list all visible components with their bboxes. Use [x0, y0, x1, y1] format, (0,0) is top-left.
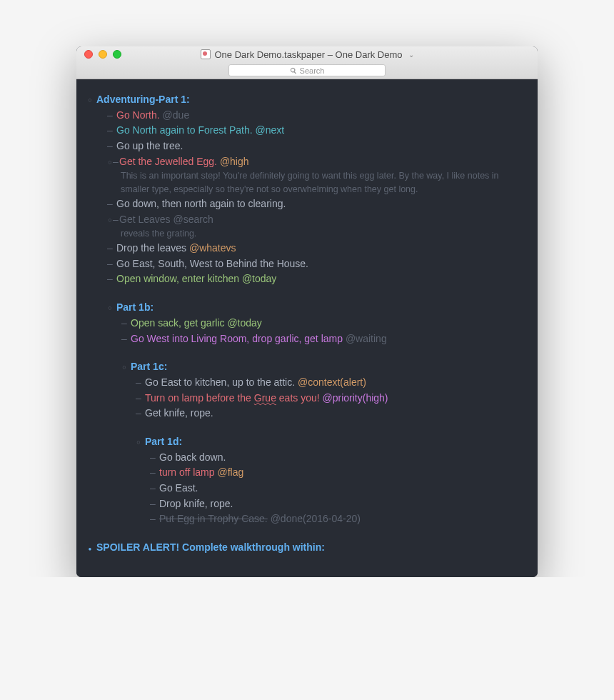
note-text: This is an important step! You're defini… — [116, 169, 523, 196]
project-title: Adventuring-Part 1: — [96, 92, 523, 108]
app-window: One Dark Demo.taskpaper – One Dark Demo … — [76, 46, 538, 577]
task-row[interactable]: Open window, enter kitchen @today — [82, 271, 523, 287]
task-text: Go West into Living Room, drop garlic, g… — [131, 333, 343, 344]
task-text: Turn on lamp before the Grue eats you! — [145, 392, 320, 404]
dash-icon[interactable] — [146, 511, 159, 527]
dash-icon[interactable] — [104, 241, 116, 256]
task-row[interactable]: Go down, then north again to clearing. — [82, 196, 523, 212]
title-text: One Dark Demo.taskpaper – One Dark Demo — [215, 49, 403, 60]
task-row[interactable]: Get knife, rope. — [82, 406, 523, 421]
dash-icon[interactable] — [104, 108, 116, 124]
task-row[interactable]: turn off lamp @flag — [82, 465, 523, 481]
dash-icon[interactable] — [112, 154, 119, 170]
tag: @next — [256, 124, 285, 136]
task-text: Go East. — [159, 481, 523, 496]
document-icon — [201, 49, 211, 59]
task-text: Put Egg in Trophy Case. — [159, 513, 268, 524]
search-input[interactable]: Search — [228, 64, 386, 76]
task-row[interactable]: Go East to kitchen, up to the attic. @co… — [82, 375, 523, 391]
task-row[interactable]: Go back down. — [82, 450, 523, 466]
dash-icon[interactable] — [118, 331, 131, 347]
task-text: Go back down. — [159, 450, 523, 466]
task-text: Go down, then north again to clearing. — [116, 196, 523, 212]
task-row[interactable]: Go West into Living Room, drop garlic, g… — [82, 331, 523, 347]
dash-icon[interactable] — [146, 481, 159, 496]
task-row[interactable]: Turn on lamp before the Grue eats you! @… — [82, 391, 523, 406]
task-row[interactable]: Get Leaves @search — [82, 212, 523, 228]
dash-icon[interactable] — [146, 465, 159, 481]
project-header[interactable]: SPOILER ALERT! Complete walkthrough with… — [82, 540, 523, 556]
task-text: Open sack, get garlic — [131, 317, 225, 329]
tag: @today — [242, 273, 276, 284]
handle-icon[interactable] — [104, 300, 116, 316]
note-row: reveals the grating. — [82, 227, 523, 241]
project-title: Part 1c: — [131, 359, 523, 375]
dash-icon[interactable] — [118, 316, 131, 331]
dash-icon[interactable] — [146, 496, 159, 512]
task-row[interactable]: Go North again to Forest Path. @next — [82, 123, 523, 139]
task-text: Go North again to Forest Path. — [116, 124, 253, 136]
tag: @done(2016-04-20) — [271, 513, 361, 524]
task-row[interactable]: Go up the tree. — [82, 139, 523, 154]
search-placeholder: Search — [300, 66, 325, 75]
handle-icon[interactable] — [84, 540, 96, 556]
dash-icon[interactable] — [104, 139, 116, 154]
project-title: Part 1b: — [116, 300, 523, 316]
window-title: One Dark Demo.taskpaper – One Dark Demo … — [76, 49, 538, 60]
tag: @context(alert) — [298, 376, 366, 388]
task-text: Go North. — [116, 109, 160, 121]
note-row: This is an important step! You're defini… — [82, 169, 523, 196]
tag: @high — [220, 156, 249, 167]
task-row[interactable]: Drop the leaves @whatevs — [82, 241, 523, 256]
task-text: Get Leaves — [119, 214, 171, 225]
project-header[interactable]: Adventuring-Part 1: — [82, 92, 523, 108]
tag: @today — [227, 317, 261, 329]
handle-icon[interactable] — [84, 92, 96, 108]
search-icon — [290, 67, 297, 74]
task-row[interactable]: Go North. @due — [82, 108, 523, 124]
task-row[interactable]: Put Egg in Trophy Case. @done(2016-04-20… — [82, 511, 523, 527]
project-header[interactable]: Part 1b: — [82, 300, 523, 316]
tag: @due — [163, 109, 190, 121]
tag: @priority(high) — [323, 392, 388, 404]
tag: @flag — [217, 466, 243, 478]
maximize-icon[interactable] — [113, 50, 121, 59]
task-row[interactable]: Go East. — [82, 481, 523, 496]
minimize-icon[interactable] — [99, 50, 107, 59]
dash-icon[interactable] — [132, 406, 145, 421]
dash-icon[interactable] — [104, 271, 116, 287]
task-text: Go East, South, West to Behind the House… — [116, 256, 523, 272]
project-header[interactable]: Part 1d: — [82, 434, 523, 450]
dash-icon[interactable] — [132, 375, 145, 391]
dash-icon[interactable] — [104, 256, 116, 272]
dash-icon[interactable] — [104, 123, 116, 139]
handle-icon[interactable] — [118, 359, 131, 375]
project-header[interactable]: Part 1c: — [82, 359, 523, 375]
task-text: Open window, enter kitchen — [116, 273, 239, 284]
toolbar: Search — [76, 63, 538, 79]
task-row[interactable]: Open sack, get garlic @today — [82, 316, 523, 331]
tag: @waiting — [346, 333, 387, 344]
task-text: Get the Jewelled Egg. — [119, 156, 217, 167]
window-controls — [76, 50, 121, 59]
task-row[interactable]: Go East, South, West to Behind the House… — [82, 256, 523, 272]
task-text: Drop knife, rope. — [159, 496, 523, 512]
task-row[interactable]: Drop knife, rope. — [82, 496, 523, 512]
dash-icon[interactable] — [112, 212, 119, 228]
handle-icon[interactable] — [132, 434, 145, 450]
project-title: SPOILER ALERT! Complete walkthrough with… — [96, 540, 523, 556]
task-text: Drop the leaves — [116, 242, 186, 254]
task-text: Go up the tree. — [116, 139, 523, 154]
editor-area[interactable]: Adventuring-Part 1: Go North. @due Go No… — [76, 79, 538, 577]
dash-icon[interactable] — [132, 391, 145, 406]
note-text: reveals the grating. — [116, 227, 523, 241]
dash-icon[interactable] — [146, 450, 159, 466]
title-bar: One Dark Demo.taskpaper – One Dark Demo … — [76, 46, 538, 79]
close-icon[interactable] — [84, 50, 93, 59]
tag: @search — [173, 214, 213, 225]
dash-icon[interactable] — [104, 196, 116, 212]
project-title: Part 1d: — [145, 434, 523, 450]
task-text: turn off lamp — [159, 466, 215, 478]
task-row[interactable]: Get the Jewelled Egg. @high — [82, 154, 523, 170]
task-text: Get knife, rope. — [145, 406, 523, 421]
